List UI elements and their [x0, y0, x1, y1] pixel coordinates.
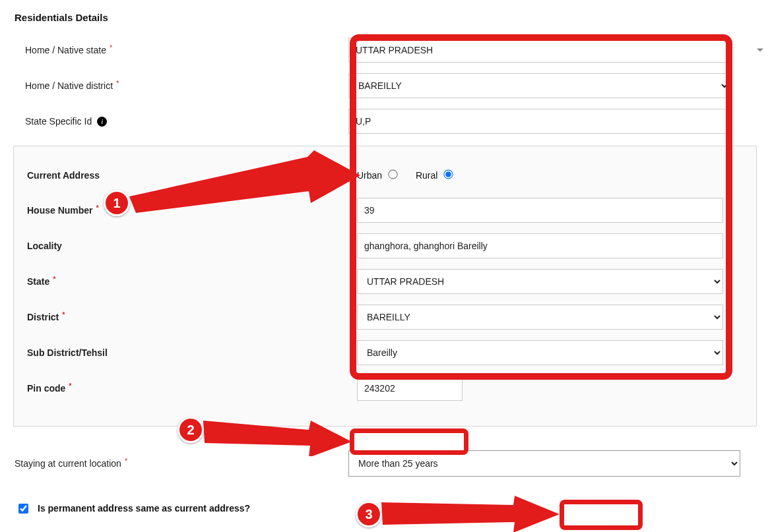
required-asterisk: * — [62, 310, 65, 318]
row-pin: Pin code* — [14, 370, 756, 406]
locality-input[interactable] — [357, 233, 723, 258]
label-home-district: Home / Native district* — [25, 80, 348, 91]
row-state-id: State Specific Id i — [0, 103, 770, 139]
label-home-state-text: Home / Native state — [25, 45, 106, 55]
info-icon[interactable]: i — [97, 117, 107, 127]
row-addr-state: State* UTTAR PRADESH — [14, 264, 756, 299]
home-state-select[interactable] — [348, 38, 730, 63]
label-house-number: House Number* — [27, 205, 357, 216]
permanent-same-checkbox[interactable] — [18, 504, 28, 514]
label-stay: Staying at current location* — [15, 458, 348, 469]
pin-input[interactable] — [357, 376, 463, 401]
section-title: Residentials Details — [0, 0, 770, 32]
button-row: Logout Save & Continue — [0, 514, 770, 532]
row-current-address: Current Address Urban Rural — [14, 158, 756, 192]
addr-district-select[interactable]: BAREILLY — [357, 305, 723, 330]
rural-label-text: Rural — [416, 170, 437, 181]
label-pin-text: Pin code — [27, 383, 65, 394]
row-home-district: Home / Native district* BAREILLY — [0, 68, 770, 103]
rural-radio[interactable] — [444, 169, 453, 179]
row-permanent-same: Is permanent address same as current add… — [0, 494, 770, 514]
current-address-block: Current Address Urban Rural House Number… — [13, 146, 757, 427]
required-asterisk: * — [69, 382, 71, 390]
label-home-district-text: Home / Native district — [25, 80, 113, 91]
addr-state-select[interactable]: UTTAR PRADESH — [357, 269, 723, 294]
row-house-number: House Number* — [14, 192, 756, 228]
label-stay-text: Staying at current location — [15, 458, 121, 469]
label-state-id: State Specific Id i — [25, 116, 348, 127]
label-addr-district: District* — [27, 312, 357, 322]
label-addr-district-text: District — [27, 312, 59, 322]
required-asterisk: * — [116, 79, 119, 87]
urban-label-text: Urban — [357, 170, 382, 181]
label-locality: Locality — [27, 241, 357, 251]
home-district-select[interactable]: BAREILLY — [348, 73, 730, 98]
required-asterisk: * — [53, 275, 55, 283]
required-asterisk: * — [110, 44, 112, 51]
chevron-down-icon — [757, 49, 763, 52]
row-addr-district: District* BAREILLY — [14, 299, 756, 335]
rural-label[interactable]: Rural — [416, 170, 453, 181]
label-addr-state-text: State — [27, 276, 49, 287]
stay-select[interactable]: More than 25 years — [348, 450, 740, 477]
label-pin: Pin code* — [27, 383, 357, 394]
label-house-number-text: House Number — [27, 205, 93, 216]
row-subdistrict: Sub District/Tehsil Bareilly — [14, 335, 756, 370]
row-home-state: Home / Native state* — [0, 32, 770, 68]
label-addr-state: State* — [27, 276, 357, 287]
required-asterisk: * — [96, 204, 99, 212]
urban-label[interactable]: Urban — [357, 170, 400, 181]
urban-radio[interactable] — [388, 169, 397, 179]
label-current-address: Current Address — [27, 170, 357, 181]
required-asterisk: * — [125, 457, 127, 465]
label-subdistrict: Sub District/Tehsil — [27, 347, 357, 358]
row-locality: Locality — [14, 228, 756, 264]
label-home-state: Home / Native state* — [25, 45, 348, 55]
row-stay: Staying at current location* More than 2… — [0, 445, 770, 482]
permanent-same-label: Is permanent address same as current add… — [38, 503, 250, 514]
label-state-id-text: State Specific Id — [25, 116, 92, 127]
state-id-input[interactable] — [348, 109, 730, 134]
house-number-input[interactable] — [357, 198, 723, 223]
area-type-radio-group: Urban Rural — [357, 170, 756, 181]
subdistrict-select[interactable]: Bareilly — [357, 340, 723, 365]
